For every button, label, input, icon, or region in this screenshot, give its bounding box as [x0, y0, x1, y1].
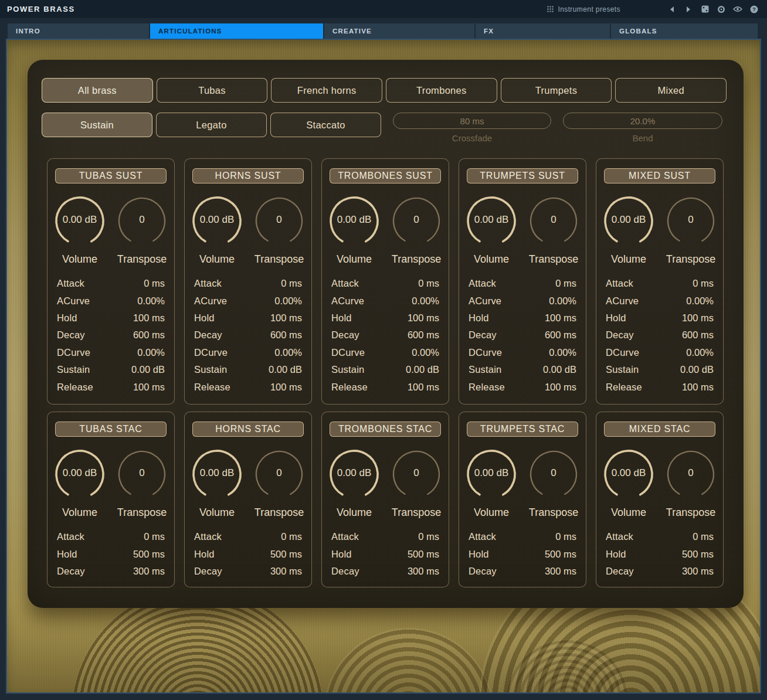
bend-control[interactable]: 20.0% Bend [563, 113, 722, 143]
param-value[interactable]: 300 ms [408, 566, 439, 577]
param-value[interactable]: 300 ms [270, 566, 302, 577]
param-value[interactable]: 0 ms [693, 278, 714, 289]
button-mixed[interactable]: Mixed [615, 78, 727, 103]
tab-articulations[interactable]: ARTICULATIONS [150, 23, 323, 39]
param-value[interactable]: 0 ms [144, 278, 165, 289]
transpose-knob[interactable]: 0 Transpose [525, 447, 582, 519]
instrument-presets-button[interactable]: Instrument presets [547, 5, 620, 13]
volume-dial[interactable]: 0.00 dB [190, 194, 244, 248]
param-value[interactable]: 0 ms [555, 531, 576, 542]
volume-dial[interactable]: 0.00 dB [602, 194, 656, 248]
volume-dial[interactable]: 0.00 dB [464, 194, 518, 248]
help-icon[interactable]: ? [748, 4, 760, 15]
param-value[interactable]: 100 ms [408, 312, 439, 324]
volume-knob[interactable]: 0.00 dB Volume [600, 194, 657, 266]
transpose-knob[interactable]: 0 Transpose [388, 447, 444, 519]
param-value[interactable]: 0.00 dB [406, 364, 439, 375]
param-value[interactable]: 0.00 dB [131, 364, 165, 375]
param-value[interactable]: 0.00 dB [269, 364, 302, 375]
param-value[interactable]: 600 ms [545, 329, 576, 341]
param-value[interactable]: 0.00% [274, 347, 302, 358]
param-value[interactable]: 0 ms [281, 531, 302, 542]
volume-dial[interactable]: 0.00 dB [53, 447, 107, 501]
tab-creative[interactable]: CREATIVE [324, 23, 474, 39]
param-value[interactable]: 300 ms [545, 566, 576, 577]
volume-dial[interactable]: 0.00 dB [190, 447, 244, 501]
param-value[interactable]: 100 ms [682, 382, 714, 393]
transpose-knob[interactable]: 0 Transpose [251, 194, 307, 266]
tab-globals[interactable]: GLOBALS [611, 23, 758, 39]
transpose-knob[interactable]: 0 Transpose [525, 194, 582, 266]
param-value[interactable]: 100 ms [545, 382, 576, 393]
param-value[interactable]: 500 ms [133, 549, 165, 560]
transpose-dial[interactable]: 0 [115, 194, 169, 248]
volume-dial[interactable]: 0.00 dB [464, 447, 518, 501]
button-all-brass[interactable]: All brass [42, 78, 153, 103]
transpose-dial[interactable]: 0 [115, 447, 169, 501]
transpose-dial[interactable]: 0 [664, 194, 718, 248]
button-trombones[interactable]: Trombones [386, 78, 497, 103]
eye-icon[interactable] [732, 4, 744, 15]
param-value[interactable]: 300 ms [682, 566, 714, 577]
volume-knob[interactable]: 0.00 dB Volume [463, 447, 520, 519]
param-value[interactable]: 0 ms [281, 278, 302, 289]
tab-fx[interactable]: FX [476, 23, 610, 39]
button-french-horns[interactable]: French horns [271, 78, 382, 103]
control-value[interactable]: 80 ms [393, 113, 551, 129]
next-preset-icon[interactable] [683, 4, 694, 15]
param-value[interactable]: 100 ms [133, 312, 165, 324]
param-value[interactable]: 0 ms [418, 531, 439, 542]
param-value[interactable]: 600 ms [682, 329, 714, 341]
param-value[interactable]: 0.00% [412, 347, 439, 358]
prev-preset-icon[interactable] [666, 4, 678, 15]
param-value[interactable]: 0.00% [137, 295, 165, 307]
param-value[interactable]: 600 ms [133, 329, 165, 341]
volume-dial[interactable]: 0.00 dB [327, 447, 381, 501]
param-value[interactable]: 100 ms [270, 312, 302, 324]
volume-knob[interactable]: 0.00 dB Volume [52, 447, 108, 519]
transpose-knob[interactable]: 0 Transpose [663, 447, 719, 519]
button-legato[interactable]: Legato [156, 113, 267, 137]
transpose-knob[interactable]: 0 Transpose [251, 447, 307, 519]
transpose-knob[interactable]: 0 Transpose [388, 194, 444, 266]
transpose-knob[interactable]: 0 Transpose [114, 194, 170, 266]
param-value[interactable]: 100 ms [133, 382, 165, 393]
param-value[interactable]: 100 ms [682, 312, 714, 324]
transpose-dial[interactable]: 0 [527, 447, 581, 501]
param-value[interactable]: 300 ms [133, 566, 165, 577]
volume-knob[interactable]: 0.00 dB Volume [189, 194, 245, 266]
volume-knob[interactable]: 0.00 dB Volume [600, 447, 657, 519]
control-value[interactable]: 20.0% [563, 113, 722, 129]
param-value[interactable]: 0.00% [274, 295, 302, 307]
param-value[interactable]: 100 ms [408, 382, 439, 393]
target-icon[interactable] [715, 4, 727, 15]
transpose-dial[interactable]: 0 [389, 447, 443, 501]
param-value[interactable]: 0 ms [555, 278, 576, 289]
random-preset-icon[interactable] [699, 4, 711, 15]
button-tubas[interactable]: Tubas [157, 78, 268, 103]
transpose-dial[interactable]: 0 [527, 194, 581, 248]
param-value[interactable]: 0.00% [686, 295, 714, 307]
button-trumpets[interactable]: Trumpets [501, 78, 612, 103]
param-value[interactable]: 500 ms [545, 549, 576, 560]
volume-dial[interactable]: 0.00 dB [327, 194, 381, 248]
param-value[interactable]: 0 ms [693, 531, 714, 542]
param-value[interactable]: 600 ms [408, 329, 439, 341]
transpose-dial[interactable]: 0 [389, 194, 443, 248]
volume-knob[interactable]: 0.00 dB Volume [463, 194, 520, 266]
param-value[interactable]: 0.00% [549, 347, 576, 358]
param-value[interactable]: 0.00% [549, 295, 576, 307]
volume-knob[interactable]: 0.00 dB Volume [326, 447, 382, 519]
param-value[interactable]: 600 ms [270, 329, 302, 341]
volume-knob[interactable]: 0.00 dB Volume [326, 194, 382, 266]
param-value[interactable]: 500 ms [270, 549, 302, 560]
button-staccato[interactable]: Staccato [270, 113, 381, 137]
volume-knob[interactable]: 0.00 dB Volume [189, 447, 245, 519]
volume-dial[interactable]: 0.00 dB [602, 447, 656, 501]
param-value[interactable]: 500 ms [408, 549, 439, 560]
param-value[interactable]: 0.00 dB [680, 364, 714, 375]
param-value[interactable]: 0.00 dB [543, 364, 576, 375]
button-sustain[interactable]: Sustain [42, 113, 152, 137]
param-value[interactable]: 0 ms [418, 278, 439, 289]
param-value[interactable]: 0.00% [137, 347, 165, 358]
